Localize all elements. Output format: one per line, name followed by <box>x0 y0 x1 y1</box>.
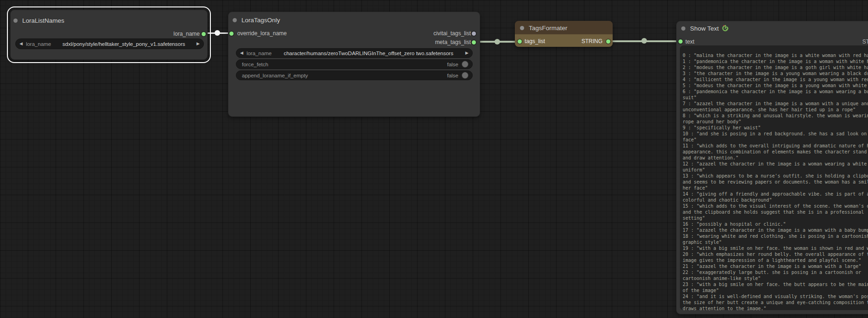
toggle-label: append_loraname_if_empty <box>242 73 308 78</box>
node-title: LoraListNames <box>22 17 64 24</box>
toggle-value: false <box>447 73 458 78</box>
collapse-dot[interactable] <box>13 19 18 23</box>
collapse-dot[interactable] <box>681 26 685 31</box>
combo-label: lora_name <box>26 41 51 47</box>
combo-right-arrow-icon[interactable]: ▶ <box>196 42 200 46</box>
link-dot-lora-name[interactable] <box>215 30 220 36</box>
output-port-string[interactable] <box>606 39 610 44</box>
node-title: Show Text <box>690 25 719 32</box>
input-port-text[interactable] <box>678 39 683 44</box>
output-label-string: STRING <box>582 38 602 45</box>
link-dot-string-text[interactable] <box>641 38 647 44</box>
node-lora-tags-only[interactable]: LoraTagsOnly override_lora_name civitai_… <box>228 12 480 117</box>
node-title: TagsFormater <box>529 25 567 32</box>
output-port-meta-tags-list[interactable] <box>472 40 476 45</box>
toggle-widget-force-fetch[interactable]: force_fetch false <box>236 59 473 69</box>
node-lora-list-names[interactable]: LoraListNames lora_name ◀ lora_name sdxl… <box>10 10 208 60</box>
node-tags-formater[interactable]: TagsFormater tags_list STRING <box>515 21 613 47</box>
link-dot-meta-tags[interactable] <box>494 39 500 45</box>
text-display-widget[interactable]: 0 : "malina the character in the image i… <box>680 45 868 310</box>
toggle-widget-append-loraname-if-empty[interactable]: append_loraname_if_empty false <box>236 70 473 80</box>
combo-value: sdxl/pony/style/helltaker_style_pony_v1.… <box>51 41 196 47</box>
input-port-tags-list[interactable] <box>518 39 522 44</box>
output-label-lora-name: lora_name <box>173 31 200 37</box>
combo-left-arrow-icon[interactable]: ◀ <box>19 42 23 46</box>
input-port-override-lora-name[interactable] <box>229 32 234 36</box>
text-display-content: 0 : "malina the character in the image i… <box>683 52 868 310</box>
node-graph-canvas[interactable]: LoraListNames lora_name ◀ lora_name sdxl… <box>0 0 868 318</box>
output-label-civitai-tags-list: civitai_tags_list <box>433 30 471 37</box>
output-label-string: STRING <box>862 38 868 45</box>
combo-widget-lora-name[interactable]: ◀ lora_name character/humans/zeroTwoDARL… <box>236 48 473 58</box>
input-label-tags-list: tags_list <box>525 38 545 45</box>
combo-value: character/humans/zeroTwoDARLINGInThe_off… <box>272 51 465 56</box>
output-port-lora-name[interactable] <box>202 32 206 36</box>
toggle-value: false <box>447 62 458 67</box>
output-port-civitai-tags-list[interactable] <box>472 32 476 36</box>
combo-left-arrow-icon[interactable]: ◀ <box>240 51 243 55</box>
combo-widget-lora-name[interactable]: ◀ lora_name sdxl/pony/style/helltaker_st… <box>15 38 204 49</box>
combo-right-arrow-icon[interactable]: ▶ <box>465 51 469 55</box>
combo-label: lora_name <box>247 51 272 56</box>
toggle-knob[interactable] <box>462 72 469 79</box>
output-label-meta-tags-list: meta_tags_list <box>435 39 471 45</box>
collapse-dot[interactable] <box>233 18 237 22</box>
toggle-knob[interactable] <box>462 61 469 68</box>
input-label-override-lora-name: override_lora_name <box>237 30 287 37</box>
collapse-dot[interactable] <box>520 26 524 30</box>
snake-emoji-icon <box>722 25 729 34</box>
node-title: LoraTagsOnly <box>241 17 280 24</box>
input-label-text: text <box>685 38 694 45</box>
toggle-label: force_fetch <box>242 62 268 67</box>
node-show-text[interactable]: Show Text text STRING 0 : "malina the ch… <box>676 21 868 314</box>
